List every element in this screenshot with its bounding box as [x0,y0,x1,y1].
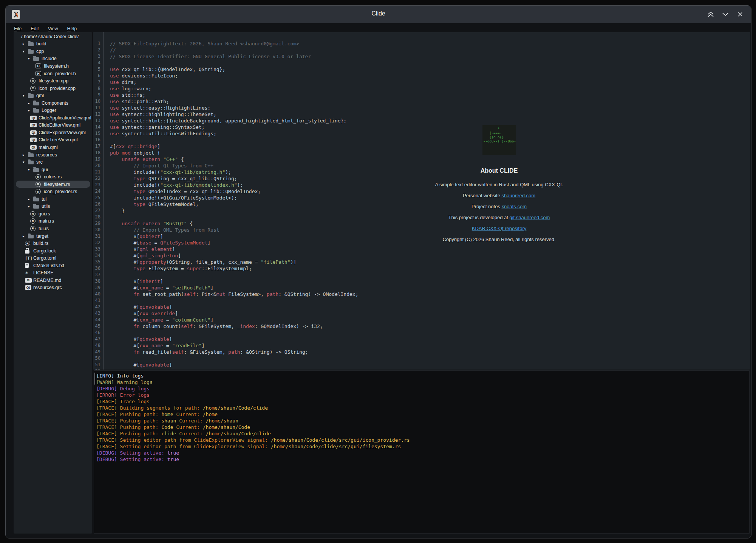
qt-file-icon: Qt [25,285,31,290]
code-text: use devicons::FileIcon; [110,73,178,79]
code-line[interactable]: 49 fn read_file(self: &FileSystem, path:… [93,349,750,355]
tree-item-label: icon_provider.rs [44,189,77,194]
tree-item-gui-rs[interactable]: Rgui.rs [14,210,92,218]
code-line[interactable]: 36 type FileSystem = super::FileSystemIm… [93,265,750,272]
code-line[interactable]: 8use log::warn; [93,85,750,92]
tree-item-main-rs[interactable]: Rmain.rs [14,218,92,225]
tree-item-tui-rs[interactable]: Rtui.rs [14,225,92,232]
tree-item-cargo-toml[interactable]: [T]Cargo.toml [14,254,92,262]
code-line[interactable]: 34 #[qml_singleton] [93,252,750,259]
minimize-button[interactable] [720,9,730,20]
tree-item-icon-provider-rs[interactable]: Ricon_provider.rs [14,188,92,195]
tree-item-clideeditorview-qml[interactable]: QtClideEditorView.qml [14,122,92,129]
line-number: 12 [93,111,100,118]
code-line[interactable]: 41 [93,297,750,304]
code-line[interactable]: 45 fn column_count(self: &FileSystem, _i… [93,323,750,330]
tree-item-build-rs[interactable]: Rbuild.rs [14,240,92,247]
tree-item-tui[interactable]: ▸tui [14,195,92,203]
chevron-down-icon[interactable]: ▾ [23,94,28,97]
tree-item-cmakelists-txt[interactable]: CMakeLists.txt [14,262,92,269]
log-scrollbar[interactable] [94,373,95,385]
code-line[interactable]: 11use syntect::easy::HighlightLines; [93,105,750,111]
tree-item-qml[interactable]: ▾qml [14,92,92,99]
code-line[interactable]: 47 #[qinvokable] [93,336,750,342]
menu-view[interactable]: View [45,25,61,32]
link-knoats[interactable]: knoats.com [502,204,527,209]
tree-item-components[interactable]: ▸Components [14,99,92,107]
tree-item-license[interactable]: ✶LICENSE [14,269,92,277]
tree-item-utils[interactable]: ▸utils [14,203,92,210]
tree-item-cpp[interactable]: ▾cpp [14,48,92,55]
code-line[interactable]: 44 #[cxx_name = "columnCount"] [93,317,750,323]
chevron-right-icon[interactable]: ▸ [28,108,33,112]
code-line[interactable]: 13use syntect::html::{IncludeBackground,… [93,118,750,124]
tree-item-main-qml[interactable]: Qtmain.qml [14,144,92,151]
chevron-right-icon[interactable]: ▸ [23,153,28,157]
code-text: // SPDX-License-Identifier: GNU General … [110,53,311,60]
tree-item-readme-md[interactable]: M↓README.md [14,277,92,284]
tree-item-logger[interactable]: ▸Logger [14,107,92,114]
code-line[interactable]: 52 [93,368,750,370]
code-line[interactable]: 3// SPDX-License-Identifier: GNU General… [93,53,750,60]
menu-help[interactable]: Help [64,25,80,32]
chevron-right-icon[interactable]: ▸ [23,234,28,238]
code-line[interactable]: 10use std::path::Path; [93,98,750,105]
tree-item-include[interactable]: ▾include [14,55,92,63]
line-number: 1 [93,40,100,47]
chevron-right-icon[interactable]: ▸ [28,101,33,105]
close-button[interactable] [735,9,745,20]
log-panel[interactable]: [INFO] Info logs[WARN] Warning logs[DEBU… [94,370,750,534]
tree-item-gui[interactable]: ▾gui [14,166,92,173]
chevron-down-icon[interactable]: ▾ [28,57,33,60]
chevron-right-icon[interactable]: ▸ [23,42,28,46]
code-line[interactable]: 40 fn set_root_path(self: Pin<&mut FileS… [93,291,750,297]
code-line[interactable]: 1// SPDX-FileCopyrightText: 2026, Shaun … [93,40,750,47]
code-line[interactable]: 35 #[qproperty(QString, file_path, cxx_n… [93,259,750,265]
chevron-right-icon[interactable]: ▸ [28,197,33,201]
tree-item-filesystem-rs[interactable]: Rfilesystem.rs [14,181,92,188]
code-line[interactable]: 7use dirs; [93,79,750,85]
code-line[interactable]: 6use devicons::FileIcon; [93,73,750,79]
tree-item-build[interactable]: ▸build [14,40,92,48]
tree-item-filesystem-h[interactable]: Hfilesystem.h [14,62,92,70]
code-line[interactable]: 42 #[qinvokable] [93,304,750,310]
tree-item-icon-provider-cpp[interactable]: Cicon_provider.cpp [14,85,92,92]
link-shaunreed[interactable]: shaunreed.com [502,193,536,198]
code-line[interactable]: 38 #[inherit] [93,278,750,285]
tree-item-target[interactable]: ▸target [14,232,92,240]
tree-item-label: main.rs [39,218,54,224]
tree-item-resources-qrc[interactable]: Qtresources.qrc [14,284,92,292]
code-line[interactable]: 5use cxx_qt_lib::{QModelIndex, QString}; [93,66,750,73]
tree-item-colors-rs[interactable]: Rcolors.rs [14,173,92,181]
code-line[interactable]: 39 #[cxx_name = "setRootPath"] [93,285,750,291]
chevron-down-icon[interactable]: ▾ [23,50,28,53]
code-line[interactable]: 9use std::fs; [93,92,750,98]
file-tree[interactable]: / home/ shaun/ Code/ clide/▸build▾cpp▾in… [14,32,92,534]
tree-item-resources[interactable]: ▸resources [14,151,92,159]
menu-file[interactable]: File [11,25,25,32]
tree-item-src[interactable]: ▾src [14,158,92,166]
chevron-down-icon[interactable]: ▾ [23,160,28,164]
code-line[interactable]: 46 [93,330,750,336]
tree-item-icon-provider-h[interactable]: Hicon_provider.h [14,70,92,77]
tree-item-clideapplicationview-qml[interactable]: QtClideApplicationView.qml [14,114,92,122]
code-line[interactable]: 2// [93,47,750,53]
chevron-right-icon[interactable]: ▸ [28,204,33,208]
menu-edit[interactable]: Edit [28,25,42,32]
code-line[interactable]: 4 [93,60,750,66]
tree-item-clideexplorerview-qml[interactable]: QtClideExplorerView.qml [14,129,92,136]
link-kdab-cxx-qt[interactable]: KDAB CXX-Qt repository [472,226,527,231]
code-line[interactable]: 48 #[cxx_name = "readFile"] [93,342,750,349]
tree-item-cargo-lock[interactable]: Cargo.lock [14,247,92,255]
chevron-down-icon[interactable]: ▾ [28,168,33,172]
maximize-button[interactable] [706,9,716,20]
editor-pane[interactable]: 1// SPDX-FileCopyrightText: 2026, Shaun … [93,32,750,370]
code-line[interactable]: 43 #[cxx_override] [93,310,750,317]
tree-item-filesystem-cpp[interactable]: Cfilesystem.cpp [14,77,92,85]
code-line[interactable]: 51 #[qinvokable] [93,362,750,368]
link-git-shaunreed[interactable]: git.shaunreed.com [509,215,550,220]
code-line[interactable]: 37 [93,272,750,278]
code-line[interactable]: 12use syntect::highlighting::ThemeSet; [93,111,750,118]
tree-item-clidetreeview-qml[interactable]: QtClideTreeView.qml [14,136,92,144]
code-line[interactable]: 50 [93,355,750,362]
